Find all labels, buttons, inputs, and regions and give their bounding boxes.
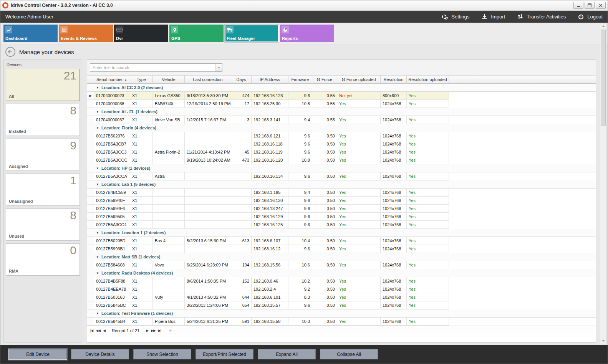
device-row[interactable]: 00127B599505X1192.168.16.1299.60.50Yes10…	[87, 213, 596, 221]
device-row[interactable]: 017040000037X1idrive Van SB1/2/2015 7:16…	[87, 116, 596, 124]
device-filter-unused[interactable]: 8Unused	[6, 208, 80, 241]
pager-next-page-button[interactable]: ▶▶	[151, 329, 156, 333]
vertical-scrollbar[interactable]	[600, 23, 606, 344]
column-header-gforce_up[interactable]: G-Force uploaded	[337, 75, 381, 84]
button-collapse-all[interactable]: Collapse All	[320, 349, 378, 359]
tab-reports[interactable]: Reports	[280, 25, 334, 42]
device-row[interactable]: 00127B59940FX1192.168.16.1309.60.50Yes10…	[87, 197, 596, 205]
group-collapse-icon[interactable]: ▼	[96, 183, 99, 186]
cell-res_up: Yes	[407, 293, 449, 301]
column-header-last[interactable]: Last connection	[185, 75, 231, 84]
tab-dashboard[interactable]: Dashboard	[3, 25, 58, 42]
device-row[interactable]: 00127B503163X1Vufy4/1/2013 4:50:32 PM644…	[87, 293, 596, 301]
cell-resolution: 1024x768	[381, 197, 407, 205]
device-row[interactable]: 00127B5A3CC3X1Astra Florin-211/21/2014 4…	[87, 148, 596, 156]
column-header-ip[interactable]: IP Address	[252, 75, 288, 84]
button-device-details[interactable]: Device Details	[71, 349, 129, 359]
device-row[interactable]: 00127B5994F6X1192.168.13.2479.60.50Yes10…	[87, 205, 596, 213]
minimize-button[interactable]	[573, 2, 583, 9]
column-header-serial[interactable]: Serial number▲	[94, 75, 130, 84]
button-export-print-selected[interactable]: Export/Print Selected	[195, 349, 253, 359]
device-filter-assigned[interactable]: 9Assigned	[6, 139, 80, 171]
scrollbar-thumb[interactable]	[601, 30, 606, 126]
device-row[interactable]: 00127B5A3CB7X1192.168.16.1189.60.50Yes10…	[87, 140, 596, 148]
device-filter-all[interactable]: 21All	[6, 69, 80, 101]
pager-first-button[interactable]: |◀	[90, 329, 93, 333]
back-button[interactable]	[5, 47, 15, 57]
device-row[interactable]: 00127B5993B1X1192.168.16.129.60.50Yes102…	[87, 245, 596, 253]
pager-previous-page-button[interactable]: ◀◀	[96, 329, 100, 333]
device-row[interactable]: 00127B5A3CC4X1192.168.16.1259.60.50Yes10…	[87, 221, 596, 229]
action-transfer-button[interactable]: Transfer Activities	[517, 14, 566, 20]
pager-last-button[interactable]: ▶|	[158, 329, 161, 333]
tab-fleet[interactable]: Fleet Manager	[225, 25, 279, 42]
device-row[interactable]: 00127B5845BCX13/22/2013 1:24:06 PM654192…	[87, 301, 596, 309]
group-row[interactable]: ▼Location: Al - FL (1 devices)	[87, 108, 596, 116]
device-row[interactable]: 00127B5A3CCCX19/19/2013 10:24:02 AM47319…	[87, 156, 596, 164]
device-filter-unassigned[interactable]: 1Unassigned	[6, 174, 80, 206]
device-row[interactable]: ▶017040000023X1Lexus GS3509/18/2013 5:30…	[87, 92, 596, 100]
scroll-up-button[interactable]	[600, 23, 606, 29]
device-row[interactable]: 017040000038X1BMW740i12/19/2014 2:50:19 …	[87, 100, 596, 108]
column-header-firmware[interactable]: Firmware	[288, 75, 312, 84]
cell-type: X1	[130, 132, 153, 140]
search-input[interactable]	[90, 64, 215, 71]
device-filter-rma[interactable]: 0RMA	[6, 243, 80, 276]
cell-days	[231, 285, 252, 293]
group-row[interactable]: ▼Location: HP (1 devices)	[87, 164, 596, 172]
cell-serial: 00127B59940F	[94, 197, 130, 205]
device-row[interactable]: 00127B4B5F88X18/6/2014 1:50:35 PM152192.…	[87, 277, 596, 285]
group-row[interactable]: ▼Location: Location 1 (2 devices)	[87, 229, 596, 237]
device-row[interactable]: 00127B5A3CCAX1Astra192.168.16.1349.60.50…	[87, 172, 596, 180]
pager-previous-button[interactable]: ◀	[103, 329, 105, 333]
group-collapse-icon[interactable]: ▼	[96, 167, 99, 170]
group-collapse-icon[interactable]: ▼	[96, 271, 99, 275]
group-row[interactable]: ▼Location: Florin (4 devices)	[87, 124, 596, 132]
button-edit-device[interactable]: Edit Device	[9, 349, 67, 359]
column-header-gforce[interactable]: G-Force	[312, 75, 337, 84]
cell-firmware: 9.6	[288, 148, 312, 156]
group-row[interactable]: ▼Location: Test Firmware (1 devices)	[87, 309, 596, 318]
device-filter-installed[interactable]: 8Installed	[6, 104, 80, 136]
group-collapse-icon[interactable]: ▼	[96, 126, 99, 130]
group-collapse-icon[interactable]: ▼	[96, 231, 99, 235]
column-header-res_up[interactable]: Resolution uploaded	[407, 75, 449, 84]
tab-gps[interactable]: GPS	[169, 25, 224, 42]
tab-dvr[interactable]: Dvr	[114, 25, 168, 42]
action-logout-button[interactable]: Logout	[577, 14, 603, 20]
search-dropdown-button[interactable]: ▼	[215, 64, 222, 71]
group-row[interactable]: ▼Location: Radu Desktop (4 devices)	[87, 269, 596, 277]
button-expand-all[interactable]: Expand All	[258, 349, 316, 359]
group-row[interactable]: ▼Location: Lab 1 (5 devices)	[87, 180, 596, 189]
device-row[interactable]: 00127B5845B4X1Pipera Bus5/24/2013 6:31:2…	[87, 318, 596, 326]
cell-gforce_up: Yes	[337, 197, 381, 205]
tab-events[interactable]: Events & Reviews	[59, 25, 113, 42]
group-row[interactable]: ▼Location: Matt SB (1 devices)	[87, 253, 596, 261]
cell-vehicle	[153, 140, 185, 148]
cell-gforce: 0.55	[312, 92, 337, 100]
group-collapse-icon[interactable]: ▼	[96, 312, 99, 315]
column-header-vehicle[interactable]: Vehicle	[153, 75, 185, 84]
cell-resolution: 1024x768	[381, 301, 407, 309]
action-settings-button[interactable]: Settings	[441, 14, 469, 20]
device-row[interactable]: 00127B502076X1192.168.6.1219.60.50Yes102…	[87, 132, 596, 140]
cell-last: 5/2/2013 6:15:30 PM	[185, 237, 231, 245]
cell-last	[185, 172, 231, 180]
group-collapse-icon[interactable]: ▼	[96, 86, 99, 89]
device-row[interactable]: 00127B584608X1Vovo6/25/2014 6:23:09 PM19…	[87, 261, 596, 269]
column-header-resolution[interactable]: Resolution	[381, 75, 407, 84]
action-import-button[interactable]: Import	[481, 14, 505, 20]
group-collapse-icon[interactable]: ▼	[96, 255, 99, 259]
button-show-selection[interactable]: Show Selection	[133, 349, 191, 359]
group-collapse-icon[interactable]: ▼	[96, 110, 99, 114]
close-button[interactable]	[596, 2, 606, 9]
column-header-days[interactable]: Days	[231, 75, 252, 84]
device-row[interactable]: 00127B50205DX1Bus 45/2/2013 6:15:30 PM61…	[87, 237, 596, 245]
maximize-button[interactable]	[585, 2, 595, 9]
column-header-type[interactable]: Type	[130, 75, 153, 84]
device-row[interactable]: 00127B4BC559X1192.168.1.1659.40.50Yes102…	[87, 189, 596, 197]
group-row[interactable]: ▼Location: Al CC 3.0 (2 devices)	[87, 84, 596, 92]
device-row[interactable]: 00127B4EEA78X1192.168.2.49.20.50Yes1024x…	[87, 285, 596, 293]
scroll-down-button[interactable]	[600, 338, 606, 344]
pager-next-button[interactable]: ▶	[146, 329, 148, 333]
